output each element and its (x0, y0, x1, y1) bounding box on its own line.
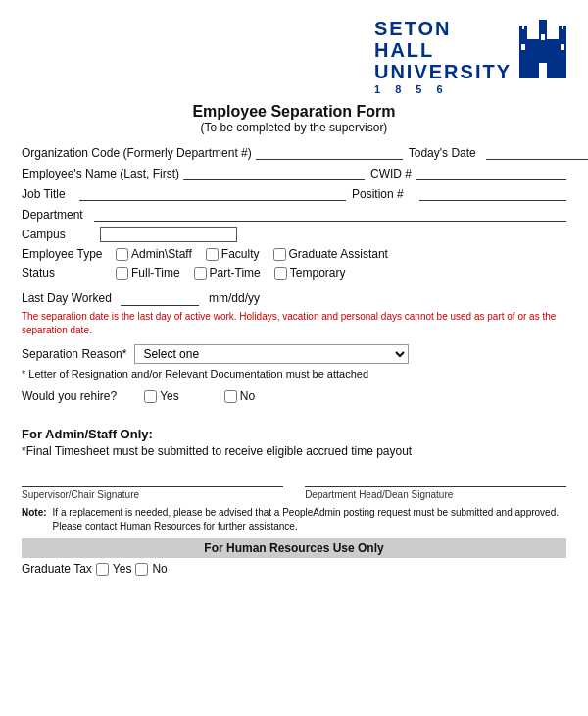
position-label: Position # (352, 187, 416, 201)
last-day-row: Last Day Worked mm/dd/yy (22, 290, 566, 306)
rehire-yes-item: Yes (144, 389, 179, 403)
rehire-label: Would you rehire? (22, 389, 117, 403)
cwid-input[interactable] (416, 165, 566, 180)
admin-section: For Admin/Staff Only: *Final Timesheet m… (22, 427, 566, 458)
cb-temp-checkbox[interactable] (274, 267, 287, 280)
castle-icon (519, 20, 566, 83)
cb-temp-label: Temporary (290, 266, 346, 280)
campus-box (100, 227, 237, 242)
grad-tax-row: Graduate Tax Yes No (22, 562, 566, 576)
cb-ga-checkbox[interactable] (273, 248, 286, 261)
grad-tax-no-checkbox[interactable] (135, 563, 148, 576)
status-row: Status Full-Time Part-Time Temporary (22, 266, 566, 280)
grad-tax-yes-label: Yes (113, 562, 132, 576)
todays-date-label: Today's Date (409, 146, 482, 160)
header: SETON HALL UNIVERSITY 1 8 5 6 (22, 18, 566, 95)
rehire-no-checkbox[interactable] (224, 390, 237, 403)
note-label: Note: (22, 506, 47, 533)
cb-admin-label: Admin\Staff (131, 247, 192, 261)
svg-rect-11 (521, 44, 525, 50)
emp-name-field: Employee's Name (Last, First) (22, 165, 365, 180)
emp-name-label: Employee's Name (Last, First) (22, 167, 179, 180)
cb-faculty-item: Faculty (206, 247, 260, 261)
cb-fulltime-label: Full-Time (131, 266, 180, 280)
svg-rect-12 (561, 44, 564, 50)
dept-label: Department (22, 208, 90, 222)
emp-name-input[interactable] (183, 165, 365, 180)
position-input[interactable] (419, 185, 566, 201)
sep-asterisk-note: * Letter of Resignation and/or Relevant … (22, 368, 566, 380)
signature-section: Supervisor/Chair Signature Department He… (22, 470, 566, 500)
rehire-row: Would you rehire? Yes No (22, 389, 566, 403)
job-title-input[interactable] (79, 185, 346, 201)
sep-reason-select[interactable]: Select one Resignation Retirement Termin… (134, 344, 409, 364)
dept-row: Department (22, 206, 566, 222)
svg-rect-3 (519, 26, 522, 30)
logo-line1: SETON (374, 18, 452, 39)
supervisor-sig-label: Supervisor/Chair Signature (22, 489, 283, 500)
position-field: Position # (352, 185, 566, 201)
last-day-input[interactable] (121, 290, 199, 306)
cwid-label: CWID # (370, 167, 412, 180)
dept-head-sig-block: Department Head/Dean Signature (305, 470, 566, 500)
logo-numbers: 1 8 5 6 (374, 83, 449, 95)
note-section: Note: If a replacement is needed, please… (22, 506, 566, 533)
jobtitle-position-row: Job Title Position # (22, 185, 566, 201)
cb-fulltime-checkbox[interactable] (116, 267, 128, 280)
logo-text: SETON HALL UNIVERSITY 1 8 5 6 (374, 18, 512, 95)
cwid-field: CWID # (370, 165, 566, 180)
svg-rect-14 (539, 63, 547, 78)
rehire-yes-checkbox[interactable] (144, 390, 157, 403)
svg-rect-8 (564, 26, 566, 30)
cb-admin-checkbox[interactable] (116, 248, 128, 261)
cb-ga-item: Graduate Assistant (273, 247, 388, 261)
grad-tax-yes-checkbox[interactable] (96, 563, 109, 576)
cb-parttime-item: Part-Time (194, 266, 261, 280)
svg-rect-2 (559, 29, 566, 78)
logo: SETON HALL UNIVERSITY 1 8 5 6 (374, 18, 566, 95)
cb-parttime-checkbox[interactable] (194, 267, 207, 280)
cb-faculty-label: Faculty (221, 247, 260, 261)
name-cwid-row: Employee's Name (Last, First) CWID # (22, 165, 566, 180)
employee-type-row: Employee Type Admin\Staff Faculty Gradua… (22, 247, 566, 261)
job-title-field: Job Title (22, 185, 346, 201)
todays-date-input[interactable] (486, 144, 588, 160)
svg-rect-10 (547, 39, 559, 78)
supervisor-sig-block: Supervisor/Chair Signature (22, 470, 283, 500)
cb-fulltime-item: Full-Time (116, 266, 180, 280)
svg-rect-13 (541, 34, 545, 40)
cb-faculty-checkbox[interactable] (206, 248, 219, 261)
svg-rect-6 (544, 20, 547, 22)
dept-head-sig-line (305, 470, 566, 487)
campus-label: Campus (22, 228, 90, 241)
date-format-label: mm/dd/yy (209, 291, 260, 305)
logo-line2: HALL (374, 39, 434, 61)
hr-bar: For Human Resources Use Only (22, 538, 566, 558)
org-code-input[interactable] (256, 144, 403, 160)
org-code-label: Organization Code (Formerly Department #… (22, 146, 252, 160)
note-text: If a replacement is needed, please be ad… (53, 506, 566, 533)
rehire-no-label: No (240, 389, 255, 403)
employee-type-label: Employee Type (22, 247, 110, 261)
title-section: Employee Separation Form (To be complete… (22, 103, 566, 134)
svg-rect-4 (524, 26, 527, 30)
form-body: Organization Code (Formerly Department #… (22, 144, 566, 576)
svg-rect-5 (539, 20, 542, 22)
sep-reason-row: Separation Reason* Select one Resignatio… (22, 344, 566, 364)
org-date-row: Organization Code (Formerly Department #… (22, 144, 566, 160)
rehire-yes-label: Yes (160, 389, 179, 403)
job-title-label: Job Title (22, 187, 75, 201)
form-subtitle: (To be completed by the supervisor) (22, 121, 566, 134)
dept-head-sig-label: Department Head/Dean Signature (305, 489, 566, 500)
svg-rect-0 (519, 29, 527, 78)
supervisor-sig-line (22, 470, 283, 487)
admin-note: *Final Timesheet must be submitted to re… (22, 444, 566, 458)
sep-reason-label: Separation Reason* (22, 347, 126, 361)
red-notice: The separation date is the last day of a… (22, 310, 566, 336)
cb-temp-item: Temporary (274, 266, 346, 280)
form-title: Employee Separation Form (22, 103, 566, 121)
dept-input[interactable] (94, 206, 566, 222)
grad-tax-no-label: No (152, 562, 167, 576)
campus-row: Campus (22, 227, 566, 242)
cb-ga-label: Graduate Assistant (289, 247, 388, 261)
